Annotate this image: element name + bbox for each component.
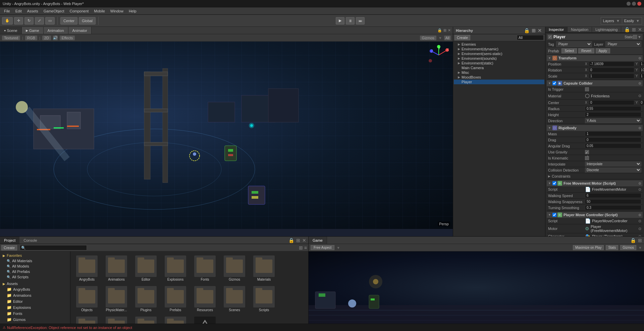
tab-lightmapping[interactable]: Lightmapping <box>592 27 621 32</box>
tab-project[interactable]: Project <box>0 237 19 244</box>
panel-close-icon[interactable]: ✕ <box>448 28 451 33</box>
center-y[interactable] <box>639 100 644 105</box>
tab-animation[interactable]: Animation <box>44 27 68 34</box>
prefab-revert-btn[interactable]: Revert <box>578 48 594 53</box>
game-tab[interactable]: Game <box>309 237 327 244</box>
tree-explosions[interactable]: 📁 Explosions <box>1 304 69 311</box>
tab-game[interactable]: ▶ Game <box>22 27 44 34</box>
inspector-maximize[interactable]: ⊞ <box>631 27 637 32</box>
layer-select[interactable]: Player <box>605 41 641 47</box>
free-movement-header[interactable]: ▼ ⚙ Free Movement Motor (Script) ⚙ <box>547 180 643 186</box>
rgb-label[interactable]: RGB <box>25 36 37 40</box>
inspector-lock[interactable]: 🔒 <box>624 27 631 32</box>
asset-shaders[interactable]: Shaders <box>73 315 101 324</box>
scale-y[interactable] <box>639 74 644 79</box>
move-tool[interactable]: ✛ <box>14 17 23 25</box>
game-maximize[interactable]: ⊞ <box>637 238 643 243</box>
hierarchy-item-maincam[interactable]: ▶ Main Camera <box>454 65 544 70</box>
collision-detect-select[interactable]: Discrete <box>585 168 641 173</box>
all-label[interactable]: All <box>444 36 451 40</box>
tree-editor[interactable]: 📁 Editor <box>1 298 69 304</box>
tab-animator[interactable]: Animator <box>68 27 92 34</box>
hierarchy-close[interactable]: ✕ <box>537 28 542 33</box>
mass-value[interactable] <box>585 131 641 136</box>
asset-objects[interactable]: Objects <box>73 285 101 313</box>
prefab-select-btn[interactable]: Select <box>561 48 577 53</box>
asset-gizmos[interactable]: Gizmos <box>221 254 248 283</box>
is-trigger-checkbox[interactable] <box>585 87 589 91</box>
asset-materials[interactable]: Materials <box>250 254 278 283</box>
project-maximize[interactable]: ⊞ <box>296 238 301 243</box>
project-create-btn[interactable]: Create <box>1 245 17 250</box>
project-list-icon[interactable]: ≡ <box>304 245 307 250</box>
capsule-settings[interactable]: ⚙ <box>638 82 641 85</box>
tree-assets-root[interactable]: ▶ Assets <box>1 281 69 286</box>
asset-fonts[interactable]: Fonts <box>191 254 219 283</box>
rot-y[interactable] <box>639 67 644 73</box>
tree-gizmos[interactable]: 📁 Gizmos <box>1 317 69 323</box>
hierarchy-item-misc[interactable]: ▶ Misc <box>454 70 544 75</box>
layers-dropdown[interactable]: Layers ▼ Easily ▼ <box>601 17 642 25</box>
menu-file[interactable]: File <box>1 8 13 14</box>
hand-tool[interactable]: ✋ <box>2 17 13 25</box>
asset-animations[interactable]: Animations <box>103 254 130 283</box>
hierarchy-item-env-semi[interactable]: ▶ Environment(semi-static) <box>454 51 544 56</box>
gizmos-label[interactable]: Gizmos <box>420 36 436 40</box>
textured-label[interactable]: Textured <box>2 36 20 40</box>
walking-speed-value[interactable] <box>585 193 641 198</box>
height-value[interactable] <box>585 112 641 117</box>
asset-unity-logo[interactable]: AngryBots <box>191 315 219 324</box>
tab-console[interactable]: Console <box>19 237 41 244</box>
pos-y[interactable] <box>639 61 644 66</box>
pmc-header[interactable]: ▼ ⚙ Player Move Controller (Script) ⚙ <box>547 211 643 218</box>
rigidbody-settings[interactable]: ⚙ <box>638 126 641 130</box>
project-lock[interactable]: 🔒 <box>288 238 295 243</box>
menu-assets[interactable]: Assets <box>24 8 41 14</box>
tab-navigation[interactable]: Navigation <box>568 27 592 32</box>
tab-inspector[interactable]: Inspector <box>545 27 568 32</box>
asset-standard[interactable]: Standard as... <box>132 315 160 324</box>
pmc-enabled[interactable] <box>552 213 556 217</box>
asset-editor[interactable]: Editor <box>132 254 160 283</box>
panel-maximize-icon[interactable]: ⊞ <box>443 28 446 33</box>
static-checkbox[interactable] <box>633 35 637 39</box>
tree-angrybots[interactable]: 📁 AngryBots <box>1 286 69 292</box>
inspector-close[interactable]: ✕ <box>637 27 643 32</box>
radius-value[interactable] <box>585 106 641 111</box>
transform-header[interactable]: ▼ ⬡ Transform ⚙ <box>547 55 643 61</box>
angular-drag-value[interactable] <box>585 143 641 148</box>
effects-label[interactable]: Effects <box>60 36 75 40</box>
asset-textures[interactable]: Textures <box>162 315 189 324</box>
use-gravity-checkbox[interactable]: ✓ <box>585 150 589 154</box>
hierarchy-create-btn[interactable]: Create <box>454 35 470 40</box>
asset-explosions[interactable]: Explosions <box>162 254 189 283</box>
center-btn[interactable]: Center <box>60 17 77 25</box>
tree-animations[interactable]: 📁 Animations <box>1 292 69 298</box>
tree-favorites[interactable]: ▶ Favorites <box>1 253 69 258</box>
turning-smoothing-value[interactable] <box>585 205 641 210</box>
menu-window[interactable]: Window <box>108 8 126 14</box>
static-dropdown[interactable]: ▼ <box>638 35 641 39</box>
menu-gameobject[interactable]: GameObject <box>41 8 67 14</box>
asset-physic-mat[interactable]: PhysicMater... <box>103 285 130 313</box>
fmm-script-select[interactable]: ⊙ <box>638 187 641 192</box>
hierarchy-lock[interactable]: 🔒 <box>523 28 530 33</box>
maximize-on-play-btn[interactable]: Maximize on Play <box>573 245 604 250</box>
constraints-row[interactable]: ▶ Constraints <box>547 173 643 179</box>
hierarchy-item-env-sounds[interactable]: ▶ Environment(sounds) <box>454 56 544 61</box>
tree-fonts[interactable]: 📁 Fonts <box>1 311 69 317</box>
pause-button[interactable]: ⏸ <box>346 17 355 25</box>
is-kinematic-checkbox[interactable] <box>585 156 589 160</box>
walking-snappyness-value[interactable] <box>585 199 641 204</box>
direction-select[interactable]: Y-Axis <box>585 118 641 123</box>
tree-all-scripts[interactable]: 🔍 All Scripts <box>1 274 69 280</box>
hierarchy-maximize[interactable]: ⊞ <box>531 28 536 33</box>
capsule-collider-header[interactable]: ▼ ⬟ Capsule Collider ⚙ <box>547 80 643 86</box>
fmm-enabled[interactable] <box>552 181 556 185</box>
rigidbody-header[interactable]: ▼ ⬡ Rigidbody ⚙ <box>547 125 643 131</box>
motor-select[interactable]: ⊙ <box>638 227 641 231</box>
asset-scenes[interactable]: Scenes <box>221 285 248 313</box>
asset-scripts[interactable]: Scripts <box>250 285 278 313</box>
tree-all-materials[interactable]: 🔍 All Materials <box>1 258 69 264</box>
rotate-tool[interactable]: ↻ <box>24 17 34 25</box>
